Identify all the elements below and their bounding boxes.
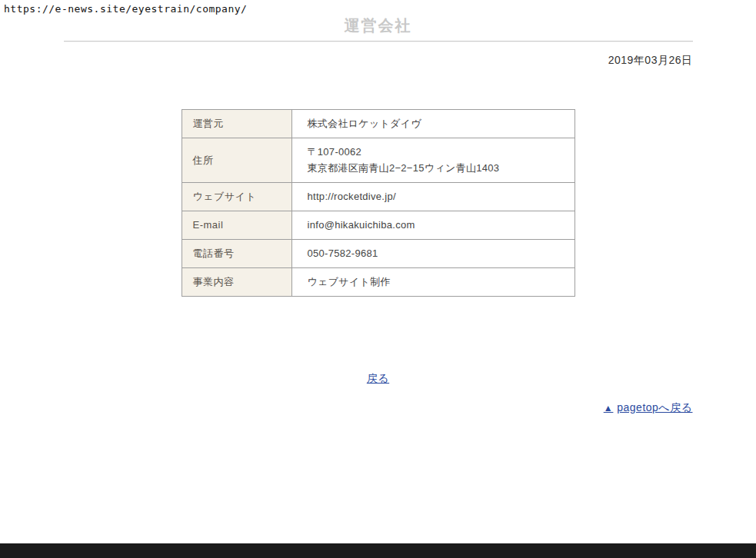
back-link[interactable]: 戻る [367,372,389,384]
triangle-up-icon: ▲ [604,403,613,414]
title-divider [64,41,693,42]
address-text: 東京都港区南青山2−2−15ウィン青山1403 [308,162,559,174]
row-value: info@hikakuichiba.com [291,211,574,240]
date-text: 2019年03月26日 [64,54,693,68]
row-value: ウェブサイト制作 [291,268,574,297]
page-url-text: https://e-news.site/eyestrain/company/ [4,3,247,15]
footer-bar [0,543,756,558]
back-link-container: 戻る [64,372,693,386]
row-label: 電話番号 [182,240,291,268]
row-value: 050-7582-9681 [291,240,574,268]
table-row-operator: 運営元 株式会社ロケットダイヴ [182,110,574,138]
page: https://e-news.site/eyestrain/company/ 運… [0,0,756,558]
page-title: 運営会社 [64,17,693,34]
postal-code-text: 〒107-0062 [308,146,559,158]
row-label: ウェブサイト [182,183,291,211]
table-row-address: 住所 〒107-0062 東京都港区南青山2−2−15ウィン青山1403 [182,138,574,183]
row-label: E-mail [182,211,291,240]
pagetop-link[interactable]: ▲pagetopへ戻る [604,401,693,414]
row-label: 事業内容 [182,268,291,297]
row-value: 〒107-0062 東京都港区南青山2−2−15ウィン青山1403 [291,138,574,183]
table-row-email: E-mail info@hikakuichiba.com [182,211,574,240]
content-area: 運営会社 2019年03月26日 運営元 株式会社ロケットダイヴ 住所 〒107… [64,0,693,415]
company-info-table: 運営元 株式会社ロケットダイヴ 住所 〒107-0062 東京都港区南青山2−2… [182,109,575,297]
table-row-phone: 電話番号 050-7582-9681 [182,240,574,268]
pagetop-link-label: pagetopへ戻る [617,401,692,414]
table-row-business: 事業内容 ウェブサイト制作 [182,268,574,297]
row-label: 住所 [182,138,291,183]
table-row-website: ウェブサイト http://rocketdive.jp/ [182,183,574,211]
row-value: http://rocketdive.jp/ [291,183,574,211]
row-value: 株式会社ロケットダイヴ [291,110,574,138]
pagetop-link-container: ▲pagetopへ戻る [64,401,693,415]
row-label: 運営元 [182,110,291,138]
